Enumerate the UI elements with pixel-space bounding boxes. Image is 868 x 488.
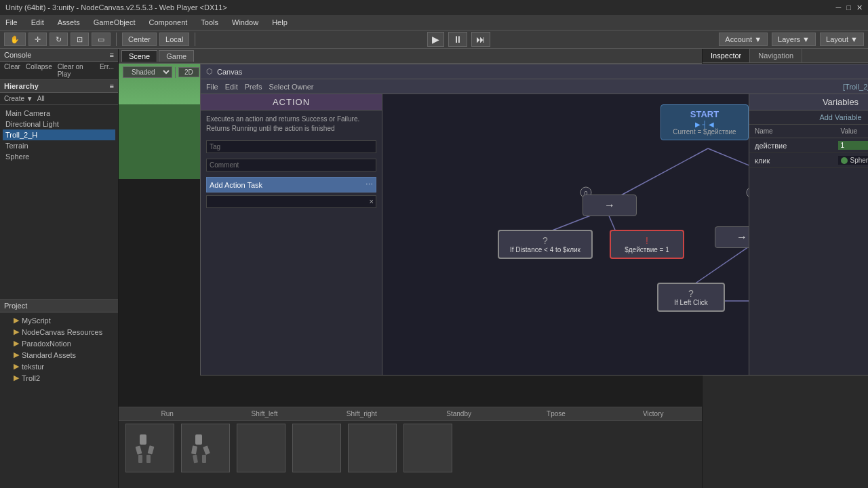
menu-assets[interactable]: Assets bbox=[55, 17, 83, 28]
node-canvas[interactable]: 0 1 START ▶ ┤ ◀ Current = $действие → bbox=[382, 94, 749, 375]
console-collapse[interactable]: Collapse bbox=[26, 63, 52, 78]
anim-label-run: Run bbox=[119, 410, 216, 418]
inspector-tabs: Inspector Navigation bbox=[703, 49, 868, 63]
anim-frame-3[interactable] bbox=[292, 424, 341, 472]
console-error-pause[interactable]: Err... bbox=[100, 63, 114, 78]
hierarchy-options[interactable]: ≡ bbox=[110, 82, 114, 90]
toolbar-rect[interactable]: ▭ bbox=[92, 33, 111, 46]
project-item-troll2[interactable]: ▶ Troll2 bbox=[5, 373, 113, 383]
project-item-nodecanvas[interactable]: ▶ NodeCanvas Resources bbox=[5, 327, 113, 337]
var-value-1: 1 ⧉ ✕ bbox=[838, 141, 869, 150]
var-row-1[interactable]: действие 1 ⧉ ✕ bbox=[749, 138, 868, 153]
shaded-dropdown[interactable]: Shaded bbox=[123, 66, 172, 78]
anim-frame-1[interactable] bbox=[181, 424, 230, 472]
action-comment-input[interactable] bbox=[206, 159, 376, 171]
console-clear-on-play[interactable]: Clear on Play bbox=[58, 63, 94, 78]
main-area: Console ≡ Clear Collapse Clear on Play E… bbox=[0, 49, 868, 488]
anim-frame-0[interactable] bbox=[125, 424, 174, 472]
bottom-strip: Run Shift_left Shift_right Standby Tpose… bbox=[119, 407, 702, 488]
var-row-2[interactable]: клик Sphere ⧉ ✕ bbox=[749, 153, 868, 168]
toolbar-local[interactable]: Local bbox=[159, 33, 189, 46]
hierarchy-items: Main Camera Directional Light Troll_2_H … bbox=[0, 105, 118, 299]
toolbar-scale[interactable]: ⊡ bbox=[71, 33, 89, 46]
canvas-menu-file[interactable]: File bbox=[206, 83, 218, 91]
seq1-arrow: → bbox=[604, 199, 615, 211]
menu-help[interactable]: Help bbox=[269, 17, 290, 28]
node-start[interactable]: START ▶ ┤ ◀ Current = $действие bbox=[660, 104, 749, 140]
action-tag-input[interactable] bbox=[206, 140, 376, 153]
node-seq1[interactable]: → bbox=[583, 195, 637, 216]
canvas-menu-owner[interactable]: Select Owner bbox=[269, 83, 313, 91]
hierarchy-item-directional-light[interactable]: Directional Light bbox=[3, 119, 115, 129]
hierarchy-toolbar: Create ▼ All bbox=[0, 93, 118, 105]
anim-frame-4[interactable] bbox=[348, 424, 397, 472]
start-current: Current = $действие bbox=[673, 128, 736, 136]
menu-window[interactable]: Window bbox=[229, 17, 261, 28]
node-if-distance[interactable]: ? If Distance < 4 to $клик bbox=[498, 230, 593, 259]
navigation-tab[interactable]: Navigation bbox=[750, 49, 802, 62]
add-action-btn[interactable]: Add Action Task ⋯ bbox=[206, 177, 376, 192]
var-name-2: клик bbox=[755, 157, 838, 165]
toolbar-move[interactable]: ✛ bbox=[28, 33, 47, 46]
menu-tools[interactable]: Tools bbox=[198, 17, 221, 28]
pause-button[interactable]: ⏸ bbox=[448, 32, 467, 47]
panel-options[interactable]: ≡ bbox=[110, 51, 114, 59]
sep bbox=[175, 67, 176, 78]
menu-edit[interactable]: Edit bbox=[28, 17, 47, 28]
node-seq2[interactable]: → bbox=[715, 226, 749, 248]
minimize-btn[interactable]: ─ bbox=[836, 3, 842, 12]
add-variable-btn[interactable]: Add Variable bbox=[749, 110, 868, 125]
frame-svg-1 bbox=[189, 431, 222, 465]
project-item-myscript[interactable]: ▶ MyScript bbox=[5, 315, 113, 325]
step-button[interactable]: ⏭ bbox=[471, 32, 490, 47]
var-name-1: действие bbox=[755, 142, 838, 150]
canvas-title: Canvas bbox=[217, 68, 242, 76]
maximize-btn[interactable]: □ bbox=[846, 3, 851, 12]
tab-scene[interactable]: Scene bbox=[121, 50, 157, 62]
action-panel: ACTION Executes an action and returns Su… bbox=[201, 94, 382, 375]
anim-frame-5[interactable] bbox=[403, 424, 452, 472]
hierarchy-item-terrain[interactable]: Terrain bbox=[3, 140, 115, 151]
hierarchy-all[interactable]: All bbox=[37, 95, 45, 102]
project-item-standard[interactable]: ▶ Standard Assets bbox=[5, 350, 113, 360]
hierarchy-create[interactable]: Create ▼ bbox=[4, 95, 33, 102]
anim-label-standby: Standby bbox=[410, 410, 507, 418]
close-btn[interactable]: ✕ bbox=[856, 3, 863, 12]
action-search-input[interactable] bbox=[206, 195, 376, 208]
node-if-left-click[interactable]: ? If Left Click bbox=[657, 283, 725, 312]
variables-title: Variables bbox=[749, 94, 868, 110]
inspector-tab[interactable]: Inspector bbox=[703, 49, 750, 62]
toolbar-rotate[interactable]: ↻ bbox=[50, 33, 68, 46]
hierarchy-item-troll[interactable]: Troll_2_H bbox=[3, 129, 115, 140]
layers-btn[interactable]: Layers ▼ bbox=[772, 33, 816, 46]
anim-frame-2[interactable] bbox=[237, 424, 285, 472]
action-search: × bbox=[206, 195, 376, 208]
tab-game[interactable]: Game bbox=[159, 50, 194, 62]
action1-icon: ! bbox=[646, 235, 648, 246]
console-clear[interactable]: Clear bbox=[4, 63, 20, 78]
project-item-paradox[interactable]: ▶ ParadoxNotion bbox=[5, 338, 113, 348]
toolbar-hand[interactable]: ✋ bbox=[4, 33, 26, 46]
menu-component[interactable]: Component bbox=[146, 17, 190, 28]
account-btn[interactable]: Account ▼ bbox=[719, 33, 768, 46]
menu-bar: File Edit Assets GameObject Component To… bbox=[0, 15, 868, 30]
canvas-menu-edit[interactable]: Edit bbox=[225, 83, 238, 91]
toolbar-center[interactable]: Center bbox=[122, 33, 157, 46]
console-tab[interactable]: Console bbox=[4, 51, 31, 59]
svg-rect-17 bbox=[203, 445, 210, 455]
play-button[interactable]: ▶ bbox=[427, 32, 444, 47]
2d-btn[interactable]: 2D bbox=[178, 67, 199, 77]
node-action1[interactable]: ! $действие = 1 bbox=[610, 230, 684, 259]
hierarchy-item-main-camera[interactable]: Main Camera bbox=[3, 108, 115, 119]
menu-gameobject[interactable]: GameObject bbox=[91, 17, 138, 28]
project-item-tekstur[interactable]: ▶ tekstur bbox=[5, 361, 113, 371]
project-panel-header: Project bbox=[0, 300, 118, 312]
toolbar-sep2 bbox=[195, 33, 195, 46]
search-icon: × bbox=[370, 197, 374, 205]
folder-icon2: ▶ bbox=[14, 327, 19, 336]
canvas-menu-prefs[interactable]: Prefs bbox=[245, 83, 262, 91]
hierarchy-item-sphere[interactable]: Sphere bbox=[3, 151, 115, 162]
svg-point-8 bbox=[747, 187, 749, 198]
layout-btn[interactable]: Layout ▼ bbox=[820, 33, 864, 46]
menu-file[interactable]: File bbox=[3, 17, 20, 28]
